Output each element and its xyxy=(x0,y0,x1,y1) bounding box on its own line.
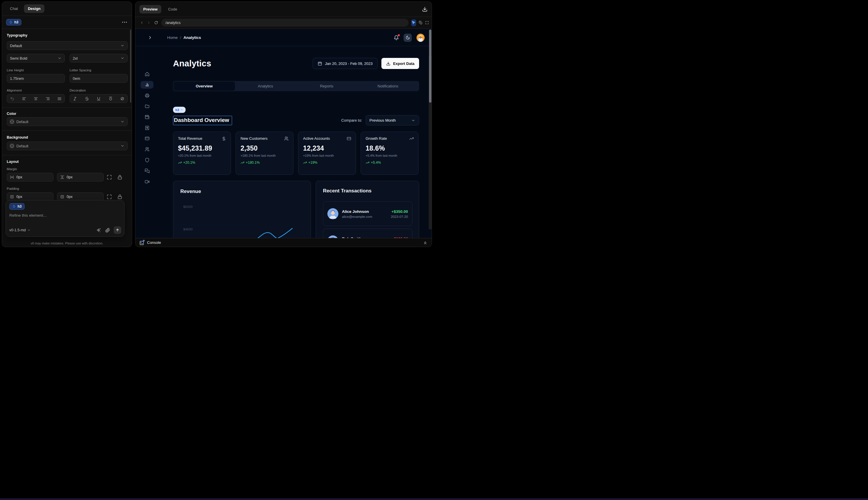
console-bar[interactable]: Console xyxy=(135,238,432,247)
model-select[interactable]: v0-1.5-md xyxy=(9,228,31,232)
download-icon[interactable] xyxy=(422,7,428,12)
font-size-select[interactable]: 2xl xyxy=(70,54,128,62)
undo-icon[interactable] xyxy=(10,96,14,101)
notifications-button[interactable] xyxy=(394,35,399,41)
paperclip-icon[interactable] xyxy=(105,228,110,233)
select-element-tool[interactable] xyxy=(411,19,416,26)
chevrons-up-icon[interactable] xyxy=(423,240,428,245)
back-icon[interactable] xyxy=(140,20,143,25)
refine-input[interactable]: Refine this element… xyxy=(9,213,121,217)
users-icon[interactable] xyxy=(141,146,153,153)
export-data-button[interactable]: Export Data xyxy=(381,58,419,69)
breadcrumb: Home / Analytics xyxy=(167,35,201,40)
url-input[interactable]: /analytics xyxy=(161,19,408,26)
slash-zero-icon[interactable] xyxy=(120,96,125,101)
tab-overview[interactable]: Overview xyxy=(174,82,235,91)
left-panel-scrollbar[interactable] xyxy=(130,30,131,103)
copy-icon[interactable] xyxy=(419,20,422,25)
color-select[interactable]: Default xyxy=(7,117,128,126)
transaction-row[interactable]: Bob Smith bob@example.com -$120.50 2023-… xyxy=(323,229,412,238)
letter-spacing-input[interactable]: 0em xyxy=(70,74,128,83)
console-badge-dot xyxy=(143,240,145,241)
chevron-down-icon xyxy=(120,144,125,148)
tab-preview[interactable]: Preview xyxy=(139,5,161,13)
margin-y-input[interactable]: 0px xyxy=(57,173,104,182)
underline-icon[interactable] xyxy=(96,96,101,101)
download-icon xyxy=(386,61,391,66)
more-options-icon[interactable] xyxy=(121,19,128,25)
font-family-select[interactable]: Default xyxy=(7,41,128,50)
receipt-icon[interactable] xyxy=(141,124,153,132)
breadcrumb-home[interactable]: Home xyxy=(167,35,178,40)
home-icon[interactable] xyxy=(141,70,153,78)
bar-chart-icon[interactable] xyxy=(141,81,153,89)
strikethrough-icon[interactable] xyxy=(85,96,89,101)
element-badge[interactable]: h3 xyxy=(6,19,21,25)
margin-x-input[interactable]: 0px xyxy=(7,173,54,182)
chevron-down-icon xyxy=(120,56,125,60)
folder-icon[interactable] xyxy=(141,102,153,110)
forward-icon[interactable] xyxy=(147,20,151,25)
padding-y-value: 0px xyxy=(67,195,72,199)
video-icon[interactable] xyxy=(141,178,153,185)
line-height-input[interactable]: 1.75rem xyxy=(7,74,65,83)
stat-value: 12,234 xyxy=(303,145,351,152)
trending-up-icon xyxy=(409,136,414,141)
overline-icon[interactable] xyxy=(108,96,113,101)
stat-trend-badge: +5.4% xyxy=(366,160,414,164)
diamond-icon xyxy=(9,21,13,24)
italic-icon[interactable] xyxy=(73,96,77,101)
tab-code[interactable]: Code xyxy=(164,5,181,13)
recent-transactions-card: Recent Transactions Alice Johnson xyxy=(316,181,419,238)
align-justify-icon[interactable] xyxy=(57,96,62,101)
tab-chat[interactable]: Chat xyxy=(6,4,22,13)
compare-select[interactable]: Previous Month xyxy=(366,115,419,125)
align-left-icon[interactable] xyxy=(22,96,26,101)
preview-scrollbar-thumb[interactable] xyxy=(429,30,431,103)
tab-notifications[interactable]: Notifications xyxy=(357,82,419,91)
layout-section-label: Layout xyxy=(7,160,19,164)
font-weight-select[interactable]: Semi Bold xyxy=(7,54,65,62)
align-center-icon[interactable] xyxy=(34,96,38,101)
lock-padding-icon[interactable] xyxy=(117,194,123,200)
sparkles-icon[interactable] xyxy=(96,228,101,233)
sidebar-expand-icon[interactable] xyxy=(148,35,152,40)
terminal-icon xyxy=(139,241,144,245)
revenue-chart-card: Revenue $6000 $4500 $3000 xyxy=(173,181,311,238)
shield-icon[interactable] xyxy=(141,156,153,164)
arrow-up-icon xyxy=(115,228,119,232)
wallet-icon[interactable] xyxy=(141,113,153,121)
send-button[interactable] xyxy=(114,226,121,234)
expand-margin-icon[interactable] xyxy=(107,174,112,180)
transaction-row[interactable]: Alice Johnson alice@example.com +$350.00… xyxy=(323,202,412,226)
trending-up-icon xyxy=(366,161,369,164)
avatar xyxy=(327,208,338,219)
stat-card-new-customers: New Customers 2,350 +180.1% from last mo… xyxy=(235,132,293,175)
expand-padding-icon[interactable] xyxy=(107,194,112,200)
selected-tag-chip[interactable]: h3 xyxy=(173,107,186,113)
messages-icon[interactable] xyxy=(141,167,153,174)
stat-title: Growth Rate xyxy=(366,136,414,141)
users-icon xyxy=(284,136,289,141)
chevron-down-icon xyxy=(58,56,62,60)
credit-card-icon xyxy=(347,136,351,141)
theme-toggle[interactable] xyxy=(404,34,412,42)
credit-card-icon[interactable] xyxy=(141,135,153,143)
margin-x-value: 0px xyxy=(16,175,22,179)
browser-bar: /analytics xyxy=(135,17,432,29)
printer-icon[interactable] xyxy=(141,92,153,99)
panel-tab-bar: Chat Design xyxy=(2,2,132,16)
lock-margin-icon[interactable] xyxy=(117,174,123,180)
align-right-icon[interactable] xyxy=(46,96,50,101)
tab-reports[interactable]: Reports xyxy=(296,82,357,91)
fullscreen-icon[interactable] xyxy=(425,20,429,25)
avatar[interactable] xyxy=(416,34,425,42)
tab-analytics[interactable]: Analytics xyxy=(235,82,296,91)
section-heading-selected[interactable]: Dashboard Overview xyxy=(173,116,232,125)
transaction-amount: +$350.00 xyxy=(391,209,408,214)
refresh-icon[interactable] xyxy=(154,20,158,25)
date-range-button[interactable]: Jan 20, 2023 - Feb 09, 2023 xyxy=(313,58,378,69)
prompt-element-badge[interactable]: h3 xyxy=(9,203,25,209)
tab-design[interactable]: Design xyxy=(24,4,44,13)
background-select[interactable]: Default xyxy=(7,141,128,150)
